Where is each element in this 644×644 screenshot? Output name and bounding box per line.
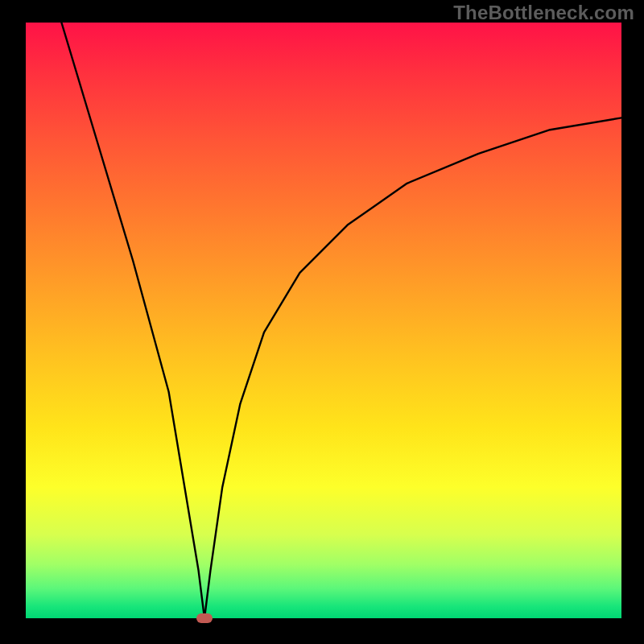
minimum-marker <box>196 613 213 623</box>
watermark-text: TheBottleneck.com <box>453 2 634 24</box>
plot-area <box>26 23 621 618</box>
bottleneck-curve <box>61 23 621 618</box>
chart-frame: TheBottleneck.com <box>0 0 644 644</box>
curve-svg <box>26 23 621 618</box>
